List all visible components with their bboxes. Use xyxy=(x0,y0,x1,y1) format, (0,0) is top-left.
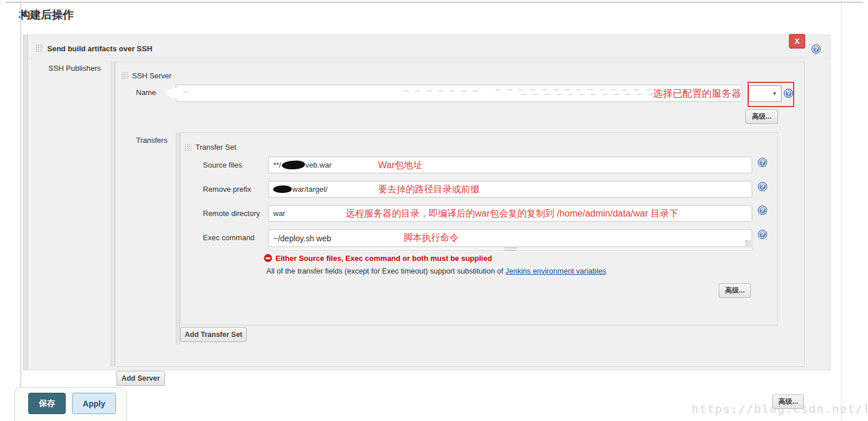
drag-handle-icon[interactable] xyxy=(121,71,128,79)
error-message: Either Source files, Exec command or bot… xyxy=(276,254,492,263)
error-icon xyxy=(264,254,272,262)
help-icon[interactable]: ? xyxy=(758,158,767,167)
top-divider xyxy=(6,2,863,3)
name-input[interactable] xyxy=(176,85,742,102)
transfers-label: Transfers xyxy=(136,136,167,145)
save-button[interactable]: 保存 xyxy=(28,393,66,414)
page-title: 构建后操作 xyxy=(19,7,74,22)
remove-prefix-input[interactable]: war/target/ xyxy=(268,181,752,198)
right-rule xyxy=(841,0,841,421)
ssh-server-drag-strip[interactable] xyxy=(111,62,115,367)
redacted-text-remnant xyxy=(496,89,669,90)
help-icon[interactable]: ? xyxy=(758,230,767,239)
name-label: Name xyxy=(136,88,156,97)
ssh-publishers-label: SSH Publishers xyxy=(48,64,101,73)
redacted-text-remnant xyxy=(403,90,484,92)
whiteout-blob xyxy=(166,88,191,98)
info-text: All of the transfer fields (except for E… xyxy=(266,267,505,275)
server-advanced-button[interactable]: 高级... xyxy=(745,109,778,124)
redacted-text-remnant xyxy=(522,94,666,95)
redacted-text-remnant xyxy=(183,92,193,93)
source-files-value: **/ xyxy=(273,161,281,169)
transfer-set-drag-strip[interactable] xyxy=(176,132,180,344)
help-icon[interactable]: ? xyxy=(784,89,793,98)
close-button[interactable]: X xyxy=(789,34,805,48)
drag-handle-icon[interactable] xyxy=(184,143,191,151)
exec-command-value: ~/deploy.sh web xyxy=(273,234,331,243)
transfer-set-section-title: Transfer Set xyxy=(195,143,236,151)
remove-prefix-value: war/target/ xyxy=(292,185,327,194)
action-title: Send build artifacts over SSH xyxy=(47,44,152,53)
transfer-advanced-button[interactable]: 高级... xyxy=(719,283,751,298)
source-files-value: veb.war xyxy=(305,161,332,169)
apply-button[interactable]: Apply xyxy=(72,393,116,414)
jenkins-env-variables-link[interactable]: Jenkins environment variables xyxy=(505,267,606,275)
footer-advanced-button[interactable]: 高级... xyxy=(772,395,804,409)
add-server-button[interactable]: Add Server xyxy=(116,371,165,386)
ssh-server-section-title: SSH Server xyxy=(132,71,172,80)
redaction-blob xyxy=(281,160,304,169)
remote-directory-input[interactable]: war xyxy=(268,205,752,222)
textarea-drag-bar[interactable] xyxy=(268,247,753,251)
help-icon[interactable]: ? xyxy=(758,182,767,191)
textarea-resize-grip[interactable] xyxy=(745,240,751,246)
action-header-divider xyxy=(28,58,830,58)
help-icon[interactable]: ? xyxy=(812,44,821,54)
redaction-blob xyxy=(273,185,292,193)
remove-prefix-label: Remove prefix xyxy=(203,185,251,194)
jenkins-config-page: 构建后操作 Send build artifacts over SSH X ? … xyxy=(0,0,868,421)
exec-command-label: Exec command xyxy=(203,233,255,242)
help-icon[interactable]: ? xyxy=(758,206,767,215)
exec-command-textarea[interactable]: ~/deploy.sh web xyxy=(268,229,752,247)
add-transfer-set-button[interactable]: Add Transfer Set xyxy=(180,327,247,342)
drag-handle-icon[interactable] xyxy=(36,44,43,52)
source-files-label: Source files xyxy=(203,161,242,169)
transfer-info-text: All of the transfer fields (except for E… xyxy=(266,267,606,275)
action-drag-strip[interactable] xyxy=(24,35,28,370)
left-rule xyxy=(20,0,21,421)
remote-directory-value: war xyxy=(273,209,285,218)
source-files-input[interactable]: **/veb.war xyxy=(268,157,752,173)
remote-directory-label: Remote directory xyxy=(203,209,260,218)
